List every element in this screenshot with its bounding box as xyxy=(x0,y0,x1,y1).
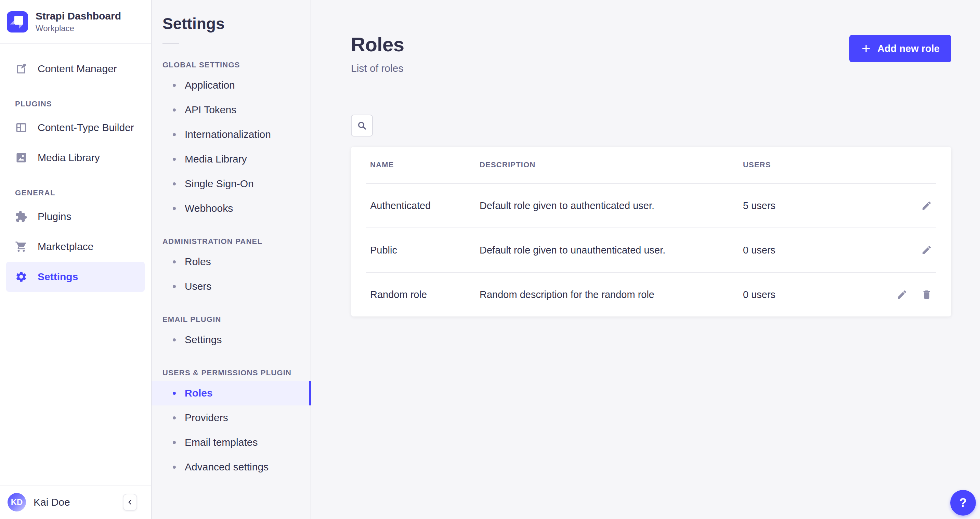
subnav-item-label: Settings xyxy=(185,334,222,345)
image-icon xyxy=(15,151,27,164)
cart-icon xyxy=(15,240,27,253)
cell-role-description: Default role given to unauthenticated us… xyxy=(480,245,743,256)
subnav-item-label: Users xyxy=(185,280,212,292)
bullet-icon xyxy=(173,416,176,419)
subnav-item-email-templates[interactable]: Email templates xyxy=(151,430,310,455)
sidebar-item-content-type-builder[interactable]: Content-Type Builder xyxy=(6,113,145,143)
table-row[interactable]: Authenticated Default role given to auth… xyxy=(351,184,951,228)
pencil-icon xyxy=(921,200,932,211)
gear-icon xyxy=(15,271,27,283)
page-subtitle: List of roles xyxy=(351,63,404,74)
cell-role-users: 0 users xyxy=(743,289,881,300)
column-header-users: USERS xyxy=(743,161,881,169)
subnav-item-up-roles[interactable]: Roles xyxy=(151,381,310,405)
column-header-description: DESCRIPTION xyxy=(480,161,743,169)
subnav-item-providers[interactable]: Providers xyxy=(151,405,310,430)
sidebar-item-label: Plugins xyxy=(38,211,71,222)
layout-grid-icon xyxy=(15,121,27,134)
sidebar-nav: Content Manager PLUGINS Content-Type Bui… xyxy=(0,44,151,292)
page-header: Roles List of roles Add new role xyxy=(351,33,951,74)
subnav-item-application[interactable]: Application xyxy=(151,73,310,97)
subnav-item-label: Roles xyxy=(185,387,213,399)
bullet-icon xyxy=(173,466,176,469)
subnav-title: Settings xyxy=(151,14,310,33)
table-row[interactable]: Public Default role given to unauthentic… xyxy=(351,228,951,272)
subnav-item-label: API Tokens xyxy=(185,104,236,116)
subnav-item-label: Media Library xyxy=(185,153,247,165)
strapi-logo-icon xyxy=(7,11,28,32)
collapse-sidebar-button[interactable] xyxy=(123,494,137,511)
cell-role-users: 0 users xyxy=(743,245,881,256)
user-name: Kai Doe xyxy=(33,497,70,508)
table-row[interactable]: Random role Random description for the r… xyxy=(351,273,951,317)
table-header-row: NAME DESCRIPTION USERS xyxy=(351,147,951,183)
delete-role-button[interactable] xyxy=(921,289,932,300)
column-header-name: NAME xyxy=(370,161,480,169)
sidebar-item-content-manager[interactable]: Content Manager xyxy=(6,54,145,84)
cell-role-description: Random description for the random role xyxy=(480,289,743,300)
bullet-icon xyxy=(173,108,176,111)
edit-role-button[interactable] xyxy=(921,200,932,211)
brand: Strapi Dashboard Workplace xyxy=(0,0,151,44)
subnav-item-label: Single Sign-On xyxy=(185,178,254,189)
bullet-icon xyxy=(173,260,176,263)
subnav-item-label: Roles xyxy=(185,256,211,267)
main-content: Roles List of roles Add new role NAME DE… xyxy=(311,0,980,519)
subnav-item-advanced-settings[interactable]: Advanced settings xyxy=(151,455,310,479)
subnav-divider xyxy=(162,43,179,44)
subnav-item-label: Email templates xyxy=(185,436,258,448)
help-button[interactable]: ? xyxy=(950,490,976,516)
sidebar-section-header-general: GENERAL xyxy=(6,188,145,197)
page-title: Roles xyxy=(351,33,404,56)
puzzle-icon xyxy=(15,210,27,223)
pencil-icon xyxy=(897,289,907,300)
brand-subtitle: Workplace xyxy=(36,24,121,33)
pen-write-icon xyxy=(15,63,27,75)
add-new-role-label: Add new role xyxy=(877,43,940,54)
subnav-item-email-settings[interactable]: Settings xyxy=(151,327,310,352)
sidebar-item-plugins[interactable]: Plugins xyxy=(6,202,145,232)
edit-role-button[interactable] xyxy=(897,289,907,300)
search-button[interactable] xyxy=(351,115,373,137)
sidebar-item-label: Media Library xyxy=(38,152,100,164)
cell-role-name: Random role xyxy=(370,289,480,300)
roles-table-card: NAME DESCRIPTION USERS Authenticated Def… xyxy=(351,147,951,317)
pencil-icon xyxy=(921,245,932,256)
bullet-icon xyxy=(173,338,176,341)
plus-icon xyxy=(861,43,871,54)
add-new-role-button[interactable]: Add new role xyxy=(850,35,951,62)
primary-sidebar: Strapi Dashboard Workplace Content Manag… xyxy=(0,0,151,519)
sidebar-item-label: Marketplace xyxy=(38,241,93,253)
subnav-item-api-tokens[interactable]: API Tokens xyxy=(151,97,310,122)
cell-role-users: 5 users xyxy=(743,200,881,212)
avatar[interactable]: KD xyxy=(8,493,26,511)
search-icon xyxy=(357,120,367,131)
subnav-item-label: Webhooks xyxy=(185,202,233,214)
bullet-icon xyxy=(173,441,176,444)
bullet-icon xyxy=(173,285,176,288)
subnav-item-label: Internationalization xyxy=(185,129,271,140)
sidebar-item-media-library[interactable]: Media Library xyxy=(6,143,145,173)
subnav-header-administration-panel: ADMINISTRATION PANEL xyxy=(151,237,310,246)
sidebar-item-settings[interactable]: Settings xyxy=(6,262,145,292)
sidebar-item-label: Content-Type Builder xyxy=(38,122,134,134)
subnav-item-single-sign-on[interactable]: Single Sign-On xyxy=(151,171,310,196)
bullet-icon xyxy=(173,133,176,136)
subnav-item-label: Advanced settings xyxy=(185,461,269,473)
bullet-icon xyxy=(173,84,176,87)
subnav-header-users-permissions-plugin: USERS & PERMISSIONS PLUGIN xyxy=(151,368,310,377)
subnav-item-admin-users[interactable]: Users xyxy=(151,274,310,299)
bullet-icon xyxy=(173,182,176,185)
subnav-item-admin-roles[interactable]: Roles xyxy=(151,249,310,274)
chevron-left-icon xyxy=(126,498,134,506)
subnav-item-label: Providers xyxy=(185,412,228,423)
bullet-icon xyxy=(173,207,176,210)
sidebar-item-marketplace[interactable]: Marketplace xyxy=(6,232,145,262)
subnav-item-media-library[interactable]: Media Library xyxy=(151,147,310,171)
settings-subnav: Settings GLOBAL SETTINGS Application API… xyxy=(151,0,311,519)
edit-role-button[interactable] xyxy=(921,245,932,256)
sidebar-item-label: Content Manager xyxy=(38,63,117,75)
subnav-item-webhooks[interactable]: Webhooks xyxy=(151,196,310,221)
sidebar-section-header-plugins: PLUGINS xyxy=(6,100,145,108)
subnav-item-internationalization[interactable]: Internationalization xyxy=(151,122,310,147)
